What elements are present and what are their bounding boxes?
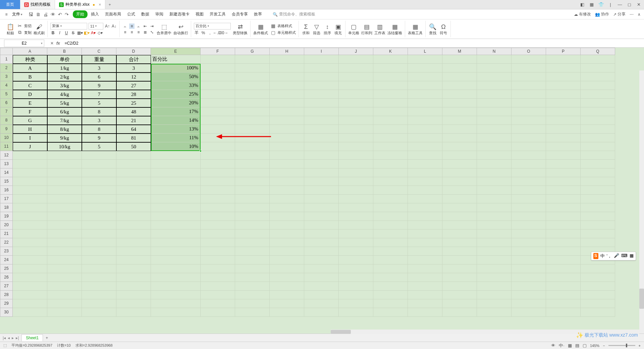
col-header-N[interactable]: N xyxy=(477,48,512,55)
cell-N7[interactable] xyxy=(477,107,512,116)
cell-P8[interactable] xyxy=(546,116,581,125)
cell-A28[interactable] xyxy=(13,291,47,299)
cell-E11[interactable]: 10% xyxy=(151,142,201,151)
cell-C23[interactable] xyxy=(82,247,116,256)
decrease-font-icon[interactable]: A↓ xyxy=(111,23,117,29)
cell-C5[interactable]: 7 xyxy=(82,90,116,99)
cell-P2[interactable] xyxy=(546,64,581,72)
cell-E8[interactable]: 14% xyxy=(151,116,201,125)
cell-P29[interactable] xyxy=(546,299,581,308)
cell-Q9[interactable] xyxy=(581,125,615,134)
cell-M14[interactable] xyxy=(442,168,477,177)
cell-P21[interactable] xyxy=(546,230,581,238)
cell-M1[interactable] xyxy=(442,55,477,64)
cell-G2[interactable] xyxy=(235,64,270,72)
paste-button[interactable]: 📋粘贴 xyxy=(6,23,15,35)
row-header-12[interactable]: 12 xyxy=(0,151,13,160)
cell-L23[interactable] xyxy=(408,247,442,256)
cell-C19[interactable] xyxy=(82,212,116,221)
cell-F17[interactable] xyxy=(201,195,235,203)
cell-C2[interactable]: 3 xyxy=(82,64,116,72)
cell-B12[interactable] xyxy=(47,151,82,160)
save-icon[interactable]: 🖫 xyxy=(29,12,33,17)
print-preview-icon[interactable]: 👁 xyxy=(51,12,55,17)
cell-L7[interactable] xyxy=(408,107,442,116)
cell-K17[interactable] xyxy=(373,195,408,203)
cell-Q26[interactable] xyxy=(581,273,615,282)
cell-I23[interactable] xyxy=(304,247,339,256)
cell-F8[interactable] xyxy=(201,116,235,125)
cell-M12[interactable] xyxy=(442,151,477,160)
cell-F29[interactable] xyxy=(201,299,235,308)
cell-O12[interactable] xyxy=(512,151,546,160)
maximize-button[interactable]: ◻ xyxy=(626,1,633,8)
cell-A14[interactable] xyxy=(13,168,47,177)
cell-O2[interactable] xyxy=(512,64,546,72)
cell-G20[interactable] xyxy=(235,221,270,230)
formula-input[interactable]: =C2/D2 xyxy=(63,41,644,46)
cell-E19[interactable] xyxy=(151,212,201,221)
cell-O15[interactable] xyxy=(512,177,546,186)
cell-H28[interactable] xyxy=(270,291,304,299)
row-header-26[interactable]: 26 xyxy=(0,273,13,282)
cell-C7[interactable]: 8 xyxy=(82,107,116,116)
ribbon-tab-start[interactable]: 开始 xyxy=(73,10,88,18)
row-header-24[interactable]: 24 xyxy=(0,256,13,264)
cell-L24[interactable] xyxy=(408,256,442,264)
ribbon-tab-pagelayout[interactable]: 页面布局 xyxy=(102,10,124,18)
cell-E25[interactable] xyxy=(151,264,201,273)
cell-I15[interactable] xyxy=(304,177,339,186)
cell-J23[interactable] xyxy=(339,247,373,256)
cell-N2[interactable] xyxy=(477,64,512,72)
cell-L1[interactable] xyxy=(408,55,442,64)
cell-J1[interactable] xyxy=(339,55,373,64)
cell-M30[interactable] xyxy=(442,308,477,317)
cell-J2[interactable] xyxy=(339,64,373,72)
cell-I11[interactable] xyxy=(304,142,339,151)
cell-C8[interactable]: 3 xyxy=(82,116,116,125)
cell-M15[interactable] xyxy=(442,177,477,186)
cell-P5[interactable] xyxy=(546,90,581,99)
row-header-28[interactable]: 28 xyxy=(0,291,13,299)
cell-O1[interactable] xyxy=(512,55,546,64)
cell-E12[interactable] xyxy=(151,151,201,160)
cell-B24[interactable] xyxy=(47,256,82,264)
cell-I20[interactable] xyxy=(304,221,339,230)
cell-A9[interactable]: H xyxy=(13,125,47,134)
cell-O20[interactable] xyxy=(512,221,546,230)
cell-K5[interactable] xyxy=(373,90,408,99)
cell-M10[interactable] xyxy=(442,134,477,142)
cell-F28[interactable] xyxy=(201,291,235,299)
cell-E27[interactable] xyxy=(151,282,201,291)
cell-B2[interactable]: 1/kg xyxy=(47,64,82,72)
row-header-14[interactable]: 14 xyxy=(0,168,13,177)
cell-M13[interactable] xyxy=(442,160,477,168)
cell-F22[interactable] xyxy=(201,238,235,247)
cell-Q4[interactable] xyxy=(581,81,615,90)
cell-J10[interactable] xyxy=(339,134,373,142)
cell-I10[interactable] xyxy=(304,134,339,142)
cell-H11[interactable] xyxy=(270,142,304,151)
cell-H3[interactable] xyxy=(270,72,304,81)
cell-L3[interactable] xyxy=(408,72,442,81)
cell-B18[interactable] xyxy=(47,203,82,212)
col-header-E[interactable]: E xyxy=(151,48,201,55)
cell-B28[interactable] xyxy=(47,291,82,299)
cell-N22[interactable] xyxy=(477,238,512,247)
cell-E30[interactable] xyxy=(151,308,201,317)
cell-O13[interactable] xyxy=(512,160,546,168)
cell-J24[interactable] xyxy=(339,256,373,264)
merge-button[interactable]: ⬚合并居中 xyxy=(157,23,171,35)
cell-L21[interactable] xyxy=(408,230,442,238)
cell-A18[interactable] xyxy=(13,203,47,212)
cell-J20[interactable] xyxy=(339,221,373,230)
align-top-button[interactable]: ⫠ xyxy=(122,23,128,29)
cell-P9[interactable] xyxy=(546,125,581,134)
cell-O29[interactable] xyxy=(512,299,546,308)
cell-Q8[interactable] xyxy=(581,116,615,125)
cell-I4[interactable] xyxy=(304,81,339,90)
cell-J21[interactable] xyxy=(339,230,373,238)
cell-G23[interactable] xyxy=(235,247,270,256)
cell-F18[interactable] xyxy=(201,203,235,212)
cell-I3[interactable] xyxy=(304,72,339,81)
